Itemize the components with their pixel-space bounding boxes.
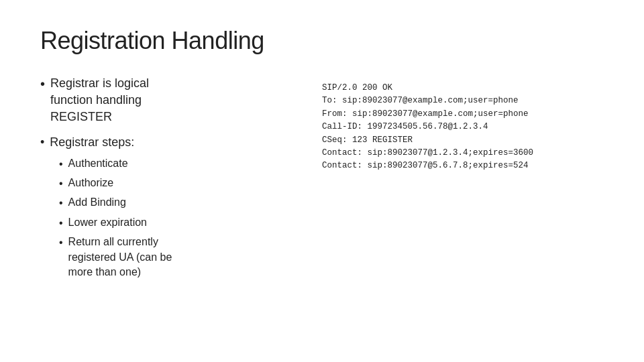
bullet-dot-2: •: [40, 135, 44, 149]
sub-bullet-authorize: • Authorize: [59, 176, 295, 191]
sub-dot-5: •: [59, 235, 63, 250]
sub-bullet-add-binding: • Add Binding: [59, 195, 295, 210]
slide: Registration Handling • Registrar is log…: [0, 0, 644, 362]
sub-bullet-return-all-text: Return all currentlyregistered UA (can b…: [68, 235, 172, 280]
bullet-registrar-logical: • Registrar is logicalfunction handlingR…: [40, 75, 295, 126]
sub-bullet-authenticate-text: Authenticate: [68, 156, 128, 171]
sub-bullet-lower-expiration: • Lower expiration: [59, 215, 295, 231]
sub-dot-3: •: [59, 196, 63, 210]
slide-title: Registration Handling: [40, 27, 604, 55]
right-column: SIP/2.0 200 OK To: sip:89023077@example.…: [322, 75, 604, 284]
sub-dot-4: •: [59, 216, 63, 231]
sub-dot-2: •: [59, 176, 63, 191]
sub-bullet-authorize-text: Authorize: [68, 176, 114, 190]
sub-bullets-list: • Authenticate • Authorize • Add Binding…: [59, 156, 295, 280]
bullet-dot-1: •: [40, 77, 45, 90]
bullet-registrar-steps: • Registrar steps:: [40, 135, 295, 149]
sub-bullet-return-all: • Return all currentlyregistered UA (can…: [59, 235, 295, 280]
bullet-registrar-logical-text: Registrar is logicalfunction handlingREG…: [50, 75, 149, 126]
slide-content: • Registrar is logicalfunction handlingR…: [40, 75, 604, 284]
sub-bullet-add-binding-text: Add Binding: [68, 195, 126, 210]
bullet-registrar-steps-text: Registrar steps:: [50, 135, 134, 149]
sub-dot-1: •: [59, 157, 63, 172]
code-block: SIP/2.0 200 OK To: sip:89023077@example.…: [322, 82, 604, 173]
left-column: • Registrar is logicalfunction handlingR…: [40, 75, 295, 284]
sub-bullet-authenticate: • Authenticate: [59, 156, 295, 172]
sub-bullet-lower-expiration-text: Lower expiration: [68, 215, 147, 230]
